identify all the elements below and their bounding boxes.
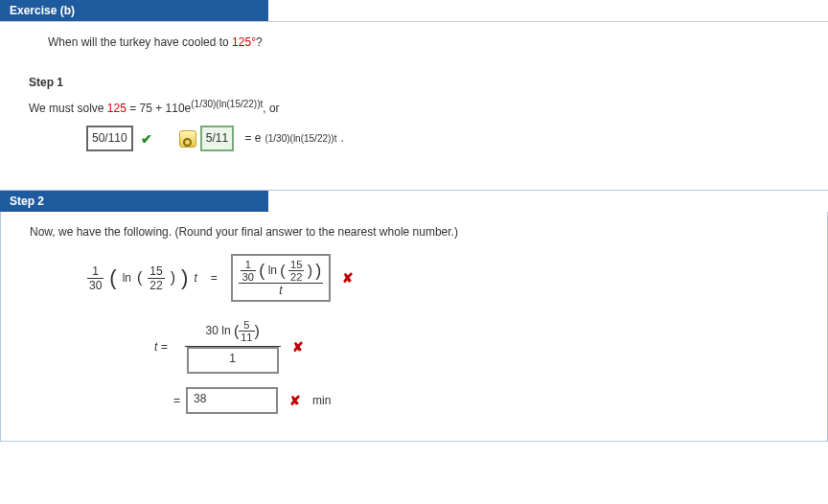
answer-input-1[interactable]: 50/110: [86, 126, 133, 151]
cross-icon: ✘: [292, 339, 304, 355]
exercise-header: Exercise (b): [0, 0, 268, 21]
step1-rhs: = 75 + 110e: [126, 102, 191, 115]
target-temp: 125°: [232, 35, 256, 49]
step2-body: Now, we have the following. (Round your …: [0, 212, 828, 442]
answer-input-2[interactable]: 5/11: [200, 126, 234, 151]
cross-icon: ✘: [289, 393, 301, 408]
step2-row1: 1 30 ( ln ( 15 22 ) ) t = 1 30 ( ln: [87, 254, 808, 302]
unit-label: min: [312, 394, 331, 407]
question-text: When will the turkey have cooled to 125°…: [0, 22, 828, 66]
step2-row3: = 38 ✘ min: [154, 387, 808, 414]
step1-exp: (1/30)(ln(15/22))t: [191, 99, 263, 109]
step2-intro: Now, we have the following. (Round your …: [30, 225, 808, 239]
step2-header: Step 2: [0, 191, 268, 212]
step1-lhs: 125: [107, 102, 126, 115]
step1-body: We must solve 125 = 75 + 110e(1/30)(ln(1…: [29, 97, 828, 151]
step1-label: Step 1: [29, 76, 828, 89]
exercise-title: Exercise (b): [10, 4, 75, 17]
answer-input-3[interactable]: 1 30 ( ln ( 15 22 ) ) t: [231, 254, 332, 302]
step2-row2: t = 30 ln (511) 1 ✘: [154, 319, 808, 374]
answer-input-5[interactable]: 38: [186, 387, 278, 414]
key-icon: [179, 130, 196, 148]
cross-icon: ✘: [342, 270, 354, 286]
answer-input-4[interactable]: 1: [187, 347, 279, 374]
check-icon: ✔: [141, 128, 152, 149]
